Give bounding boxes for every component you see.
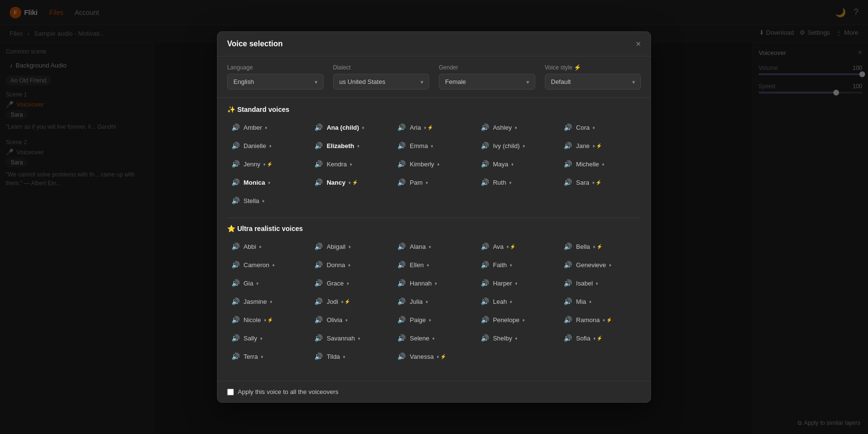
standard-voice-item[interactable]: 🔊Ivy (child) ♦ — [476, 138, 557, 153]
ultra-voice-item[interactable]: 🔊Sofia ♦⚡ — [560, 331, 641, 345]
voice-play-button[interactable]: 🔊 — [479, 159, 490, 169]
ultra-voice-item[interactable]: 🔊Alana ♦ — [393, 239, 475, 254]
voice-play-button[interactable]: 🔊 — [396, 333, 407, 343]
voice-play-button[interactable]: 🔊 — [563, 241, 573, 252]
ultra-voice-item[interactable]: 🔊Isabel ♦ — [560, 276, 641, 290]
voice-play-button[interactable]: 🔊 — [230, 333, 241, 343]
voice-play-button[interactable]: 🔊 — [396, 259, 407, 270]
modal-close-button[interactable]: × — [636, 40, 641, 48]
voice-play-button[interactable]: 🔊 — [396, 278, 407, 288]
voice-play-button[interactable]: 🔊 — [479, 140, 490, 151]
ultra-voice-item[interactable]: 🔊Julia ♦ — [393, 294, 475, 309]
voice-play-button[interactable]: 🔊 — [396, 177, 407, 188]
standard-voice-item[interactable]: 🔊Jane ♦⚡ — [560, 138, 641, 153]
standard-voice-item[interactable]: 🔊Kimberly ♦ — [393, 157, 475, 171]
ultra-voice-item[interactable]: 🔊Tilda ♦ — [310, 349, 391, 364]
ultra-voice-item[interactable]: 🔊Jasmine ♦ — [227, 294, 308, 309]
voice-play-button[interactable]: 🔊 — [313, 159, 324, 169]
apply-all-checkbox[interactable] — [227, 389, 234, 395]
ultra-voice-item[interactable]: 🔊Faith ♦ — [476, 258, 557, 272]
voice-play-button[interactable]: 🔊 — [313, 333, 324, 343]
ultra-voice-item[interactable]: 🔊Hannah ♦ — [393, 276, 475, 290]
voice-play-button[interactable]: 🔊 — [563, 159, 573, 169]
standard-voice-item[interactable]: 🔊Emma ♦ — [393, 138, 475, 153]
standard-voice-item[interactable]: 🔊Cora ♦ — [560, 120, 641, 135]
ultra-voice-item[interactable]: 🔊Abbi ♦ — [227, 239, 308, 254]
voice-play-button[interactable]: 🔊 — [230, 314, 241, 325]
ultra-voice-item[interactable]: 🔊Selene ♦ — [393, 331, 475, 345]
voice-play-button[interactable]: 🔊 — [563, 259, 573, 270]
ultra-voice-item[interactable]: 🔊Olivia ♦ — [310, 312, 391, 327]
voice-play-button[interactable]: 🔊 — [479, 241, 490, 252]
ultra-voice-item[interactable]: 🔊Grace ♦ — [310, 276, 391, 290]
ultra-voice-item[interactable]: 🔊Sally ♦ — [227, 331, 308, 345]
voice-play-button[interactable]: 🔊 — [479, 259, 490, 270]
ultra-voice-item[interactable]: 🔊Harper ♦ — [476, 276, 557, 290]
ultra-voice-item[interactable]: 🔊Paige ♦ — [393, 312, 475, 327]
voice-play-button[interactable]: 🔊 — [396, 241, 407, 252]
ultra-voice-item[interactable]: 🔊Donna ♦ — [310, 258, 391, 272]
standard-voice-item[interactable]: 🔊Ana (child) ♦ — [310, 120, 391, 135]
standard-voice-item[interactable]: 🔊Nancy ♦⚡ — [310, 175, 391, 190]
voice-play-button[interactable]: 🔊 — [479, 278, 490, 288]
voice-play-button[interactable]: 🔊 — [479, 122, 490, 133]
voice-play-button[interactable]: 🔊 — [230, 296, 241, 307]
standard-voice-item[interactable]: 🔊Aria ♦⚡ — [393, 120, 475, 135]
standard-voice-item[interactable]: 🔊Danielle ♦ — [227, 138, 308, 153]
standard-voice-item[interactable]: 🔊Pam ♦ — [393, 175, 475, 190]
voice-play-button[interactable]: 🔊 — [563, 333, 573, 343]
standard-voice-item[interactable]: 🔊Maya ♦ — [476, 157, 557, 171]
voice-play-button[interactable]: 🔊 — [479, 314, 490, 325]
voice-play-button[interactable]: 🔊 — [313, 314, 324, 325]
voice-play-button[interactable]: 🔊 — [479, 177, 490, 188]
ultra-voice-item[interactable]: 🔊Shelby ♦ — [476, 331, 557, 345]
ultra-voice-item[interactable]: 🔊Cameron ♦ — [227, 258, 308, 272]
language-select[interactable]: English Spanish French — [227, 74, 324, 90]
ultra-voice-item[interactable]: 🔊Leah ♦ — [476, 294, 557, 309]
voice-play-button[interactable]: 🔊 — [313, 177, 324, 188]
ultra-voice-item[interactable]: 🔊Savannah ♦ — [310, 331, 391, 345]
ultra-voice-item[interactable]: 🔊Gia ♦ — [227, 276, 308, 290]
voice-play-button[interactable]: 🔊 — [230, 241, 241, 252]
voice-play-button[interactable]: 🔊 — [396, 296, 407, 307]
standard-voice-item[interactable]: 🔊Jenny ♦⚡ — [227, 157, 308, 171]
standard-voice-item[interactable]: 🔊Elizabeth ♦ — [310, 138, 391, 153]
ultra-voice-item[interactable]: 🔊Ellen ♦ — [393, 258, 475, 272]
voice-play-button[interactable]: 🔊 — [563, 314, 573, 325]
voice-play-button[interactable]: 🔊 — [563, 122, 573, 133]
ultra-voice-item[interactable]: 🔊Abigail ♦ — [310, 239, 391, 254]
dialect-select[interactable]: us United States uk United Kingdom — [333, 74, 430, 90]
ultra-voice-item[interactable]: 🔊Ava ♦⚡ — [476, 239, 557, 254]
voice-play-button[interactable]: 🔊 — [313, 278, 324, 288]
voice-play-button[interactable]: 🔊 — [563, 140, 573, 151]
standard-voice-item[interactable]: 🔊Amber ♦ — [227, 120, 308, 135]
ultra-voice-item[interactable]: 🔊Terra ♦ — [227, 349, 308, 364]
voice-play-button[interactable]: 🔊 — [479, 333, 490, 343]
ultra-voice-item[interactable]: 🔊Vanessa ♦⚡ — [393, 349, 475, 364]
voice-play-button[interactable]: 🔊 — [479, 296, 490, 307]
standard-voice-item[interactable]: 🔊Ruth ♦ — [476, 175, 557, 190]
voice-play-button[interactable]: 🔊 — [230, 122, 241, 133]
ultra-voice-item[interactable]: 🔊Penelope ♦ — [476, 312, 557, 327]
voice-play-button[interactable]: 🔊 — [563, 278, 573, 288]
voice-play-button[interactable]: 🔊 — [563, 177, 573, 188]
voice-play-button[interactable]: 🔊 — [313, 122, 324, 133]
voice-play-button[interactable]: 🔊 — [230, 159, 241, 169]
standard-voice-item[interactable]: 🔊Stella ♦ — [227, 193, 308, 208]
voice-play-button[interactable]: 🔊 — [396, 159, 407, 169]
gender-select[interactable]: Female Male All — [439, 74, 535, 90]
voice-play-button[interactable]: 🔊 — [313, 140, 324, 151]
standard-voice-item[interactable]: 🔊Monica ♦ — [227, 175, 308, 190]
voice-play-button[interactable]: 🔊 — [230, 278, 241, 288]
voice-play-button[interactable]: 🔊 — [230, 195, 241, 206]
ultra-voice-item[interactable]: 🔊Ramona ♦⚡ — [560, 312, 641, 327]
voice-play-button[interactable]: 🔊 — [396, 122, 407, 133]
voice-play-button[interactable]: 🔊 — [230, 177, 241, 188]
voice-play-button[interactable]: 🔊 — [563, 296, 573, 307]
standard-voice-item[interactable]: 🔊Ashley ♦ — [476, 120, 557, 135]
voice-play-button[interactable]: 🔊 — [230, 351, 241, 362]
voice-play-button[interactable]: 🔊 — [230, 140, 241, 151]
voice-play-button[interactable]: 🔊 — [313, 259, 324, 270]
voice-style-select[interactable]: Default Cheerful Sad — [545, 74, 641, 90]
apply-all-label[interactable]: Apply this voice to all the voiceovers — [227, 388, 339, 395]
